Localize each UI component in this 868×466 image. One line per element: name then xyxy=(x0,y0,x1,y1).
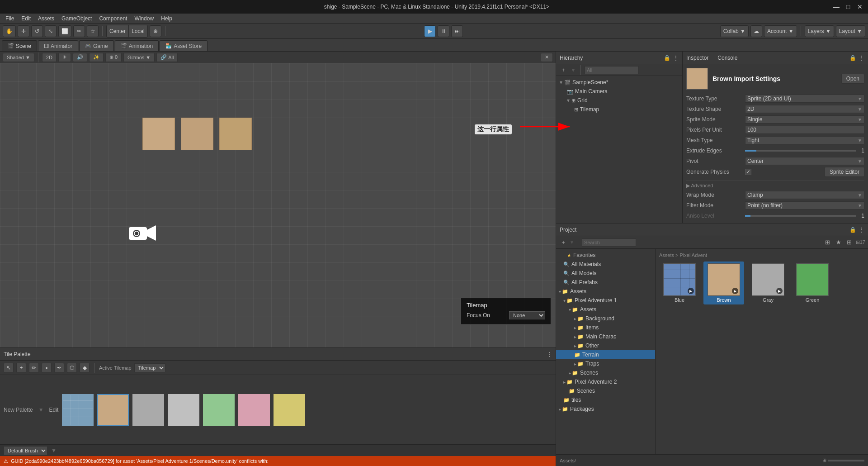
proj-all-prefabs[interactable]: 🔍 All Prefabs xyxy=(556,278,655,287)
hier-sample-scene[interactable]: ▾ 🎬 SampleScene* xyxy=(556,78,682,87)
filter-mode-dropdown[interactable]: Point (no filter) ▼ xyxy=(745,201,864,209)
proj-pa1-scenes[interactable]: ▸ 📁 Scenes xyxy=(556,368,655,377)
scene-viewport[interactable]: Tilemap Focus On None xyxy=(0,63,556,347)
proj-assets-root[interactable]: ▾ 📁 Assets xyxy=(556,287,655,296)
proj-tiles[interactable]: 📁 tiles xyxy=(556,395,655,404)
pivot-dropdown[interactable]: Center ▼ xyxy=(745,157,864,165)
tile-cell-yellow[interactable] xyxy=(274,394,305,426)
advanced-section[interactable]: Advanced xyxy=(686,181,864,189)
hand-tool-btn[interactable]: ✋ xyxy=(3,25,16,37)
proj-other[interactable]: ▸ 📁 Other xyxy=(556,341,655,350)
minimize-button[interactable]: — xyxy=(833,3,840,10)
audio-btn[interactable]: 🔊 xyxy=(73,53,87,62)
hier-tilemap[interactable]: ⊞ Tilemap xyxy=(556,105,682,114)
proj-pa2-scenes[interactable]: 📁 Scenes xyxy=(556,386,655,395)
local-btn[interactable]: Local xyxy=(129,25,147,37)
close-button[interactable]: ✕ xyxy=(856,3,863,10)
menu-help[interactable]: Help xyxy=(157,14,176,23)
aniso-slider[interactable] xyxy=(745,215,856,217)
console-tab-btn[interactable]: Console xyxy=(717,55,737,61)
pause-btn[interactable]: ⏸ xyxy=(438,25,449,37)
tile-cell-green[interactable] xyxy=(203,394,235,426)
palette-paint-btn[interactable]: ✏ xyxy=(29,363,39,373)
light-btn[interactable]: ☀ xyxy=(58,53,71,62)
tab-asset-store[interactable]: 🏪 Asset Store xyxy=(160,40,208,51)
cloud-btn[interactable]: ☁ xyxy=(750,25,762,37)
proj-pixel-adv-2[interactable]: ▸ 📁 Pixel Adventure 2 xyxy=(556,377,655,386)
proj-star-btn[interactable]: ★ xyxy=(834,238,843,247)
tab-game[interactable]: 🎮 Game xyxy=(79,40,114,51)
palette-select-btn[interactable]: ↖ xyxy=(4,363,14,373)
tile-cell-pink[interactable] xyxy=(238,394,270,426)
rect-tool-btn[interactable]: ⬜ xyxy=(58,25,71,37)
tile-cell-blue[interactable] xyxy=(62,394,94,426)
proj-menu-icon[interactable]: ⋮ xyxy=(859,227,864,233)
wrap-mode-dropdown[interactable]: Clamp ▼ xyxy=(745,191,864,199)
proj-size-slider[interactable] xyxy=(828,460,864,461)
menu-file[interactable]: File xyxy=(2,14,18,23)
insp-lock-icon[interactable]: 🔒 xyxy=(849,55,856,61)
sprite-editor-btn[interactable]: Sprite Editor xyxy=(825,167,864,177)
shaded-btn[interactable]: Shaded ▼ xyxy=(3,53,34,62)
extra-tool-btn[interactable]: ⊕ xyxy=(150,25,161,37)
tab-scene[interactable]: 🎬 Scene xyxy=(2,40,37,51)
custom-tool-btn[interactable]: ☆ xyxy=(87,25,99,37)
palette-picker-btn[interactable]: ✒ xyxy=(54,363,64,373)
menu-window[interactable]: Window xyxy=(131,14,157,23)
proj-sort-btn[interactable]: ⊞ xyxy=(845,238,854,247)
tab-animation[interactable]: 🎬 Animation xyxy=(115,40,159,51)
active-tilemap-select[interactable]: Tilemap xyxy=(134,363,165,372)
proj-pa1-assets[interactable]: ▾ 📁 Assets xyxy=(556,305,655,314)
sprite-mode-dropdown[interactable]: Single ▼ xyxy=(745,115,864,124)
proj-add-btn[interactable]: + xyxy=(559,238,568,247)
hier-search[interactable] xyxy=(585,66,639,74)
layout-btn[interactable]: Layout ▼ xyxy=(836,25,865,37)
open-button[interactable]: Open xyxy=(841,74,864,84)
menu-edit[interactable]: Edit xyxy=(18,14,34,23)
proj-search-input[interactable] xyxy=(582,238,636,247)
proj-terrain[interactable]: 📁 Terrain xyxy=(556,350,655,359)
palette-fill-btn[interactable]: ⬡ xyxy=(67,363,77,373)
pixels-per-unit-input[interactable] xyxy=(745,126,864,134)
tile-cell-gray[interactable] xyxy=(132,394,164,426)
insp-menu-icon[interactable]: ⋮ xyxy=(859,55,864,61)
gen-physics-checkbox[interactable]: ✓ xyxy=(745,169,751,175)
account-btn[interactable]: Account ▼ xyxy=(764,25,797,37)
play-btn[interactable]: ▶ xyxy=(424,25,436,37)
proj-filter-btn[interactable]: ⊞ xyxy=(823,238,832,247)
proj-all-models[interactable]: 🔍 All Models xyxy=(556,269,655,278)
scale-tool-btn[interactable]: ⤡ xyxy=(45,25,57,37)
asset-item-green[interactable]: Green xyxy=(792,262,833,304)
proj-packages[interactable]: ▸ 📁 Packages xyxy=(556,404,655,414)
proj-pixel-adv-1[interactable]: ▾ 📁 Pixel Adventure 1 xyxy=(556,296,655,305)
palette-edit-btn[interactable]: Edit xyxy=(49,407,59,413)
tile-cell-brown[interactable] xyxy=(97,394,129,426)
menu-component[interactable]: Component xyxy=(95,14,131,23)
hier-menu-icon[interactable]: ⋮ xyxy=(673,55,679,61)
menu-assets[interactable]: Assets xyxy=(34,14,58,23)
asset-item-brown[interactable]: ▶ Brown xyxy=(703,262,744,304)
asset-item-blue[interactable]: ▶ Blue xyxy=(659,262,700,304)
proj-all-materials[interactable]: 🔍 All Materials xyxy=(556,260,655,269)
proj-favorites[interactable]: ★ Favorites xyxy=(556,251,655,260)
proj-items[interactable]: ▸ 📁 Items xyxy=(556,323,655,332)
tile-cell-gray2[interactable] xyxy=(168,394,199,426)
fx-btn[interactable]: ✨ xyxy=(89,53,104,62)
hier-grid[interactable]: ▾ ⊞ Grid xyxy=(556,96,682,105)
all-btn[interactable]: 🔗 All xyxy=(156,53,178,62)
center-btn[interactable]: Center xyxy=(107,25,129,37)
proj-traps[interactable]: ▸ 📁 Traps xyxy=(556,359,655,368)
proj-background[interactable]: ▸ 📁 Background xyxy=(556,314,655,323)
asset-item-gray[interactable]: ▶ Gray xyxy=(748,262,788,304)
new-palette-btn[interactable]: New Palette xyxy=(4,407,33,413)
menu-gameobject[interactable]: GameObject xyxy=(58,14,95,23)
close-scene-btn[interactable]: ✕ xyxy=(541,53,553,62)
extrude-edges-slider[interactable] xyxy=(745,150,856,152)
focus-on-select[interactable]: None xyxy=(509,311,545,319)
palette-rect-btn[interactable]: ▪ xyxy=(42,363,52,373)
move-tool-btn[interactable]: ✛ xyxy=(18,25,29,37)
hier-lock-icon[interactable]: 🔒 xyxy=(664,55,670,61)
hier-add-btn[interactable]: + xyxy=(559,66,568,75)
transform-tool-btn[interactable]: ✏ xyxy=(73,25,85,37)
rotate-tool-btn[interactable]: ↺ xyxy=(31,25,43,37)
